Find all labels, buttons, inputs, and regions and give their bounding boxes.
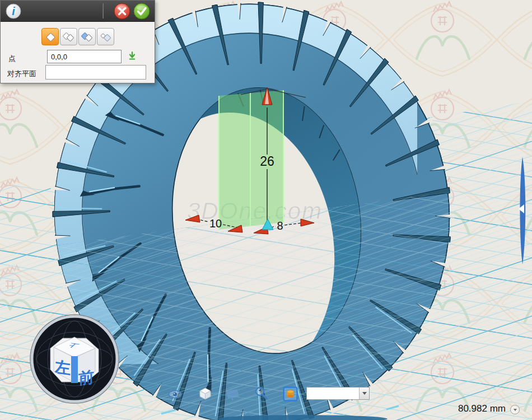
confirm-button[interactable] (133, 3, 150, 20)
align-plane-field-label: 对齐平面 (7, 69, 36, 79)
mode-single-point-button[interactable] (41, 28, 59, 45)
units-toggle-button[interactable] (510, 405, 520, 414)
svg-text:i: i (12, 5, 15, 17)
cancel-button[interactable] (114, 3, 130, 20)
eye-icon[interactable] (167, 387, 183, 402)
dimension-height-label[interactable]: 26 (260, 154, 274, 169)
view-cube[interactable]: 左 前 上 (28, 312, 121, 405)
view-dropdown[interactable] (306, 387, 370, 400)
material-icon[interactable] (283, 386, 298, 402)
sidebar-flyout-handle[interactable] (515, 155, 531, 266)
insert-sketch-dialog: i (0, 0, 155, 83)
double-diamond-icon (62, 31, 76, 43)
dimension-width-label[interactable]: 10 (209, 217, 222, 230)
chevron-down-icon[interactable] (359, 388, 369, 399)
titlebar-divider (102, 3, 104, 18)
dialog-titlebar[interactable]: i (1, 1, 155, 22)
cube-left-label: 左 (54, 358, 71, 377)
blue-diamond-icon (81, 31, 94, 43)
pick-point-icon[interactable] (127, 51, 137, 61)
mode-point-on-face-button[interactable] (78, 28, 96, 45)
diamond-icon (44, 31, 57, 43)
mode-point-offset-button[interactable] (97, 28, 114, 45)
magnifier-icon[interactable] (254, 386, 269, 401)
monitor-icon[interactable] (225, 387, 240, 402)
align-plane-input[interactable] (45, 65, 146, 80)
app-window: 3DOne.com 26 10 8 (0, 0, 532, 420)
cube-icon[interactable] (198, 386, 213, 401)
view-dropdown-value (307, 388, 359, 399)
point-field-label: 点 (8, 54, 16, 64)
small-diamond-icon (99, 31, 113, 43)
mode-multi-point-button[interactable] (60, 28, 77, 45)
point-mode-buttons (41, 28, 114, 45)
dimension-depth-label[interactable]: 8 (277, 220, 283, 232)
chevron-down-icon (514, 409, 517, 413)
info-icon[interactable]: i (5, 3, 22, 20)
cube-front-label: 前 (78, 368, 94, 388)
cube-selected-edge[interactable] (71, 356, 78, 383)
measurement-readout: 80.982 mm (458, 403, 506, 414)
point-input[interactable] (47, 50, 122, 63)
